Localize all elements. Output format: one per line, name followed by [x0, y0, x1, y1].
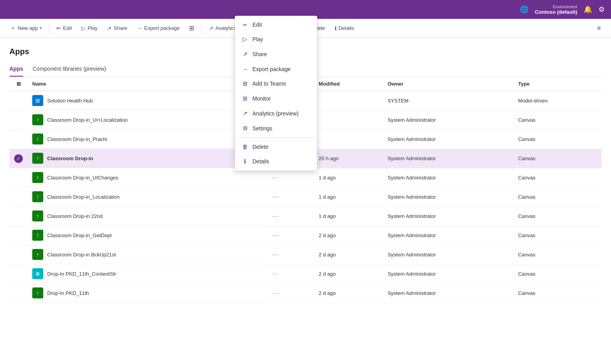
- ctx-label: Add to Teams: [252, 80, 286, 87]
- ctx-settings-icon: ⚙: [241, 125, 248, 132]
- context-menu-item-monitor[interactable]: ⊞Monitor: [235, 91, 317, 106]
- ctx-edit-icon: ✏: [241, 22, 248, 28]
- context-menu-item-share[interactable]: ↗Share: [235, 47, 317, 62]
- context-menu-item-analytics-(preview)[interactable]: ↗Analytics (preview): [235, 106, 317, 121]
- ctx-play-icon: ▷: [241, 36, 248, 43]
- ctx-label: Details: [252, 158, 269, 165]
- ctx-label: Share: [252, 51, 267, 57]
- ctx-share-icon: ↗: [241, 51, 248, 58]
- context-menu-item-details[interactable]: ℹDetails: [235, 154, 317, 169]
- context-menu: ✏Edit▷Play↗Share→Export package⊞Add to T…: [235, 16, 317, 171]
- context-menu-item-export-package[interactable]: →Export package: [235, 62, 317, 76]
- ctx-label: Analytics (preview): [252, 110, 298, 117]
- context-menu-item-settings[interactable]: ⚙Settings: [235, 121, 317, 136]
- ctx-divider: [235, 137, 317, 138]
- ctx-label: Export package: [252, 66, 291, 72]
- ctx-monitor-icon: ⊞: [241, 95, 248, 102]
- ctx-teams-icon: ⊞: [241, 80, 248, 87]
- ctx-label: Edit: [252, 22, 262, 28]
- ctx-label: Monitor: [252, 95, 271, 102]
- ctx-details-icon: ℹ: [241, 158, 248, 165]
- ctx-export-icon: →: [241, 66, 248, 72]
- ctx-label: Settings: [252, 125, 272, 132]
- ctx-label: Play: [252, 36, 263, 42]
- ctx-analytics-icon: ↗: [241, 110, 248, 117]
- ctx-delete-icon: 🗑: [241, 143, 248, 150]
- ctx-label: Delete: [252, 144, 268, 150]
- context-menu-item-edit[interactable]: ✏Edit: [235, 18, 317, 32]
- context-menu-item-play[interactable]: ▷Play: [235, 32, 317, 47]
- context-menu-item-add-to-teams[interactable]: ⊞Add to Teams: [235, 76, 317, 91]
- context-menu-item-delete[interactable]: 🗑Delete: [235, 139, 317, 154]
